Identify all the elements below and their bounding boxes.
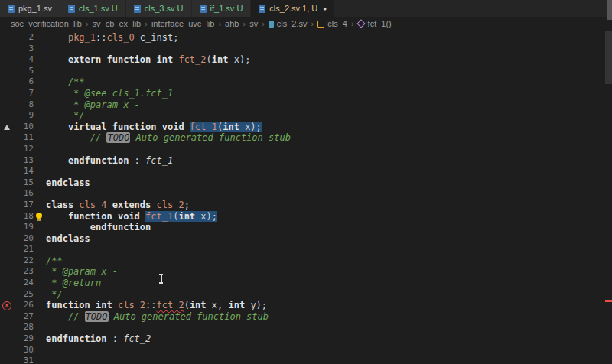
breadcrumb-item-fct_1()[interactable]: fct_1()	[358, 19, 392, 28]
line-number[interactable]: 25	[14, 289, 34, 301]
lightbulb-icon[interactable]	[36, 213, 42, 219]
line-number[interactable]: 16	[14, 188, 34, 200]
code-line-2[interactable]: 2 pkg_1::cls_0 c_inst;	[0, 32, 612, 44]
line-number[interactable]: 3	[14, 44, 34, 55]
line-number[interactable]: 31	[14, 356, 34, 364]
line-number[interactable]: 15	[14, 177, 34, 189]
code-line-17[interactable]: 17class cls_4 extends cls_2;	[0, 200, 612, 211]
line-number[interactable]: 11	[14, 132, 34, 144]
code-line-24[interactable]: 24 * @return	[0, 278, 612, 289]
code-text[interactable]: endfunction : fct_1	[46, 155, 173, 167]
line-number[interactable]: 24	[14, 278, 34, 289]
code-text[interactable]: * @return	[46, 278, 101, 289]
code-line-22[interactable]: 22/**	[0, 255, 612, 267]
line-number[interactable]: 30	[14, 345, 34, 356]
tab-pkg_1.sv[interactable]: pkg_1.sv	[0, 0, 60, 17]
code-text[interactable]: // TODO Auto-generated function stub	[46, 311, 269, 323]
code-line-3[interactable]: 3	[0, 44, 612, 55]
line-number[interactable]: 28	[14, 322, 34, 333]
code-text[interactable]: endfunction	[46, 222, 151, 233]
line-number[interactable]: 10	[14, 122, 34, 133]
line-number[interactable]: 2	[14, 32, 34, 44]
code-line-11[interactable]: 11 // TODO Auto-generated function stub	[0, 132, 612, 144]
code-text[interactable]: function void fct_1(int x);	[46, 211, 217, 223]
breadcrumb-item-ahb[interactable]: ahb	[225, 19, 239, 28]
code-text[interactable]: /**	[46, 76, 85, 88]
code-line-8[interactable]: 8 * @param x -	[0, 99, 612, 111]
breadcrumb-item-cls_2.sv[interactable]: cls_2.sv	[269, 19, 308, 28]
code-text[interactable]: pkg_1::cls_0 c_inst;	[46, 32, 178, 44]
line-number[interactable]: 29	[14, 333, 34, 345]
code-text[interactable]: * @see cls_1.fct_1	[46, 88, 173, 99]
code-text[interactable]: */	[46, 110, 85, 122]
scrollbar-thumb[interactable]	[605, 31, 612, 84]
line-number[interactable]: 12	[14, 144, 34, 155]
code-text[interactable]: * @param x -	[46, 266, 118, 278]
line-number[interactable]: 17	[14, 200, 34, 211]
line-number[interactable]: 20	[14, 233, 34, 245]
code-text[interactable]: class cls_4 extends cls_2;	[46, 200, 190, 211]
code-line-16[interactable]: 16	[0, 188, 612, 200]
code-line-4[interactable]: 4 extern function int fct_2(int x);	[0, 54, 612, 66]
tab-if_1.sv[interactable]: if_1.sv U	[192, 0, 251, 17]
code-text[interactable]: */	[46, 289, 63, 301]
line-number[interactable]: 23	[14, 266, 34, 278]
line-number[interactable]: 19	[14, 222, 34, 233]
code-line-29[interactable]: 29endfunction : fct_2	[0, 333, 612, 345]
line-number[interactable]: 9	[14, 110, 34, 122]
code-line-13[interactable]: 13 endfunction : fct_1	[0, 155, 612, 167]
code-text[interactable]: /**	[46, 255, 63, 267]
code-text[interactable]: // TODO Auto-generated function stub	[46, 132, 291, 144]
code-line-10[interactable]: 10 virtual function void fct_1(int x);	[0, 122, 612, 133]
line-number[interactable]: 27	[14, 311, 34, 323]
triangle-marker-icon[interactable]	[4, 125, 10, 130]
line-number[interactable]: 13	[14, 155, 34, 167]
code-line-6[interactable]: 6 /**	[0, 76, 612, 88]
breadcrumb-item-cls_4[interactable]: cls_4	[317, 19, 347, 28]
tab-cls_1.sv[interactable]: cls_1.sv U	[60, 0, 125, 17]
code-line-5[interactable]: 5	[0, 66, 612, 77]
line-number[interactable]: 4	[14, 54, 34, 66]
code-line-25[interactable]: 25 */	[0, 289, 612, 301]
code-line-21[interactable]: 21	[0, 244, 612, 255]
code-text[interactable]: endclass	[46, 177, 90, 189]
code-line-20[interactable]: 20endclass	[0, 233, 612, 245]
code-line-15[interactable]: 15endclass	[0, 177, 612, 189]
error-icon[interactable]: ×	[2, 301, 11, 310]
line-number[interactable]: 5	[14, 66, 34, 77]
code-line-7[interactable]: 7 * @see cls_1.fct_1	[0, 88, 612, 99]
code-text[interactable]: * @param x -	[46, 99, 140, 111]
line-number[interactable]: 14	[14, 166, 34, 177]
line-number[interactable]: 6	[14, 76, 34, 88]
code-line-14[interactable]: 14	[0, 166, 612, 177]
code-text[interactable]: endfunction : fct_2	[46, 333, 151, 345]
code-line-19[interactable]: 19 endfunction	[0, 222, 612, 233]
code-text[interactable]: function int cls_2::fct_2(int x, int y);	[46, 300, 267, 311]
breadcrumb-item-interface_uvc_lib[interactable]: interface_uvc_lib	[151, 19, 215, 28]
code-line-23[interactable]: 23 * @param x -	[0, 266, 612, 278]
code-line-18[interactable]: 18 function void fct_1(int x);	[0, 211, 612, 223]
code-line-9[interactable]: 9 */	[0, 110, 612, 122]
modified-dot-icon[interactable]: ●	[323, 5, 327, 12]
code-line-26[interactable]: ×26function int cls_2::fct_2(int x, int …	[0, 300, 612, 311]
line-number[interactable]: 7	[14, 88, 34, 99]
line-number[interactable]: 22	[14, 255, 34, 267]
tab-cls_3.sv[interactable]: cls_3.sv U	[126, 0, 191, 17]
code-line-12[interactable]: 12	[0, 144, 612, 155]
code-text[interactable]: endclass	[46, 233, 90, 245]
code-line-31[interactable]: 31	[0, 356, 612, 364]
line-number[interactable]: 18	[14, 211, 34, 223]
line-number[interactable]: 8	[14, 99, 34, 111]
line-number[interactable]: 26	[14, 300, 34, 311]
code-text[interactable]: extern function int fct_2(int x);	[46, 54, 250, 66]
code-line-27[interactable]: 27 // TODO Auto-generated function stub	[0, 311, 612, 323]
code-line-28[interactable]: 28	[0, 322, 612, 333]
breadcrumb-item-sv_cb_ex_lib[interactable]: sv_cb_ex_lib	[93, 19, 142, 28]
code-text[interactable]: virtual function void fct_1(int x);	[46, 122, 262, 133]
line-number[interactable]: 21	[14, 244, 34, 255]
editor[interactable]: 2 pkg_1::cls_0 c_inst;34 extern function…	[0, 31, 612, 364]
breadcrumb-item-soc_verification_lib[interactable]: soc_verification_lib	[11, 19, 82, 28]
breadcrumb-item-sv[interactable]: sv	[249, 19, 258, 28]
tab-cls_2.sv[interactable]: cls_2.sv 1, U●	[251, 0, 334, 17]
code-line-30[interactable]: 30	[0, 345, 612, 356]
